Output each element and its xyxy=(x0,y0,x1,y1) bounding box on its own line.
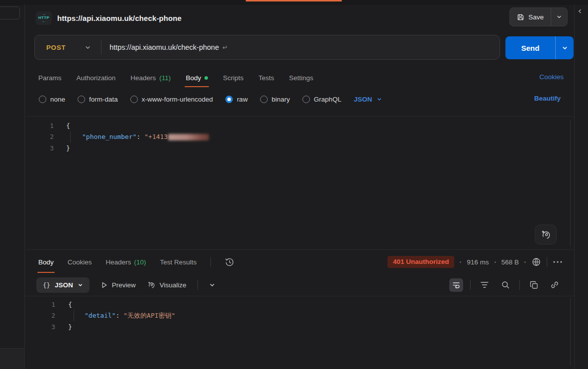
arrow-left-icon: ← xyxy=(42,20,46,23)
collapse-panel-icon[interactable] xyxy=(578,9,582,13)
visualize-sparkle-icon xyxy=(147,280,156,289)
chevron-down-icon xyxy=(377,97,382,102)
body-type-binary[interactable]: binary xyxy=(260,96,290,103)
response-tab-cookies[interactable]: Cookies xyxy=(68,250,92,274)
save-options-button[interactable] xyxy=(551,8,567,26)
radio-checked-icon[interactable] xyxy=(225,96,233,103)
link-button[interactable] xyxy=(548,278,562,292)
response-tab-test-results[interactable]: Test Results xyxy=(160,250,197,274)
wrap-text-button[interactable] xyxy=(449,278,463,292)
preview-button[interactable]: Preview xyxy=(100,281,136,289)
response-tab-headers[interactable]: Headers(10) xyxy=(106,250,146,274)
copy-icon xyxy=(530,281,538,289)
link-icon xyxy=(550,280,559,289)
postbot-ai-button[interactable] xyxy=(535,225,557,245)
body-type-row: none form-data x-www-form-urlencoded raw… xyxy=(25,91,574,108)
code-line: 3 } xyxy=(25,142,574,154)
save-split-button: Save xyxy=(509,7,568,26)
response-tab-body[interactable]: Body xyxy=(38,250,54,274)
api-client-window: → HTTP ← https://api.xiaomu.uk/check-pho… xyxy=(0,0,588,369)
radio-icon[interactable] xyxy=(260,96,268,103)
code-line: 1 { xyxy=(25,299,574,310)
line-number: 1 xyxy=(25,301,55,308)
radio-icon[interactable] xyxy=(130,96,138,103)
floppy-disk-icon xyxy=(517,13,524,21)
dot-separator xyxy=(524,261,526,263)
indent-guide xyxy=(70,131,71,143)
active-tab-indicator xyxy=(246,0,342,1)
toolbar-expand-chevron[interactable] xyxy=(209,282,215,288)
editor-scrollbar[interactable] xyxy=(570,298,571,366)
line-number: 2 xyxy=(25,133,54,140)
radio-icon[interactable] xyxy=(78,96,85,103)
redacted-phone-number xyxy=(168,134,209,140)
body-type-none[interactable]: none xyxy=(39,96,65,103)
tab-body[interactable]: Body xyxy=(186,67,208,88)
headers-count: (11) xyxy=(159,74,171,82)
search-button[interactable] xyxy=(498,278,512,292)
response-format-select[interactable]: {} JSON xyxy=(36,277,90,293)
active-tab-underline xyxy=(185,86,209,87)
send-options-button[interactable] xyxy=(555,36,574,59)
body-type-graphql[interactable]: GraphQL xyxy=(302,96,342,103)
request-body-editor[interactable]: 1 { 2 "phone_number": "+1413 3 } xyxy=(25,116,574,249)
body-type-urlencoded[interactable]: x-www-form-urlencoded xyxy=(130,96,213,103)
code-line: 1 { xyxy=(25,120,574,131)
more-options-icon[interactable] xyxy=(553,260,563,263)
response-pane: Body Cookies Headers(10) Test Results 40… xyxy=(25,249,574,369)
body-type-form-data[interactable]: form-data xyxy=(78,96,118,103)
code-line: 2 "detail": "无效的API密钥" xyxy=(25,310,574,322)
wrap-text-icon xyxy=(452,280,461,289)
response-body-editor[interactable]: 1 { 2 "detail": "无效的API密钥" 3 } xyxy=(25,296,574,369)
raw-language-select[interactable]: JSON xyxy=(354,96,382,103)
play-icon xyxy=(100,281,108,289)
tab-params[interactable]: Params xyxy=(38,67,62,88)
filter-button[interactable] xyxy=(478,278,491,292)
send-button[interactable]: Send xyxy=(505,36,555,59)
status-badge[interactable]: 401 Unauthorized xyxy=(388,256,455,268)
save-button[interactable]: Save xyxy=(510,8,551,26)
url-input[interactable]: https://api.xiaomu.uk/check-phone xyxy=(109,43,219,51)
editor-scrollbar[interactable] xyxy=(570,120,571,247)
response-headers-count: (10) xyxy=(134,258,146,266)
line-number: 1 xyxy=(25,122,54,129)
tab-settings[interactable]: Settings xyxy=(289,67,313,88)
filter-icon xyxy=(480,281,489,288)
method-chevron-icon[interactable] xyxy=(85,44,91,51)
tab-authorization[interactable]: Authorization xyxy=(77,67,116,88)
url-row: POST https://api.xiaomu.uk/check-phone ↵… xyxy=(25,35,574,61)
response-history-icon[interactable] xyxy=(225,257,234,267)
http-request-icon: → HTTP ← xyxy=(36,11,52,25)
postbot-sparkle-icon xyxy=(540,229,551,240)
tab-scripts[interactable]: Scripts xyxy=(223,67,243,88)
divider xyxy=(101,40,101,55)
body-type-raw[interactable]: raw xyxy=(225,96,248,103)
braces-icon: {} xyxy=(43,281,50,289)
tab-headers[interactable]: Headers(11) xyxy=(130,67,171,88)
radio-icon[interactable] xyxy=(39,96,46,103)
network-globe-icon[interactable] xyxy=(531,257,541,267)
sidebar-bottom-panel xyxy=(0,348,24,369)
response-status-bar: 401 Unauthorized 916 ms 568 B xyxy=(388,250,563,274)
divider xyxy=(197,280,198,290)
divider xyxy=(470,280,471,290)
response-time[interactable]: 916 ms xyxy=(467,258,489,266)
request-tabs: Params Authorization Headers(11) Body Sc… xyxy=(25,67,574,88)
return-key-icon: ↵ xyxy=(222,44,228,51)
chevron-down-icon xyxy=(78,282,83,288)
response-size[interactable]: 568 B xyxy=(501,258,519,266)
divider xyxy=(519,280,520,290)
beautify-link[interactable]: Beautify xyxy=(534,95,561,102)
code-line: 2 "phone_number": "+1413 xyxy=(25,131,574,143)
chevron-down-icon xyxy=(556,14,562,20)
copy-button[interactable] xyxy=(527,278,541,292)
tab-tests[interactable]: Tests xyxy=(258,67,274,88)
radio-icon[interactable] xyxy=(302,96,310,103)
cookies-link[interactable]: Cookies xyxy=(539,73,564,81)
url-input-container: POST https://api.xiaomu.uk/check-phone ↵ xyxy=(34,35,500,60)
sidebar-tab-outline[interactable] xyxy=(0,6,20,19)
method-select[interactable]: POST xyxy=(46,44,66,51)
visualize-button[interactable]: Visualize xyxy=(147,280,187,289)
right-sidebar xyxy=(574,4,588,369)
line-number: 2 xyxy=(25,312,55,319)
